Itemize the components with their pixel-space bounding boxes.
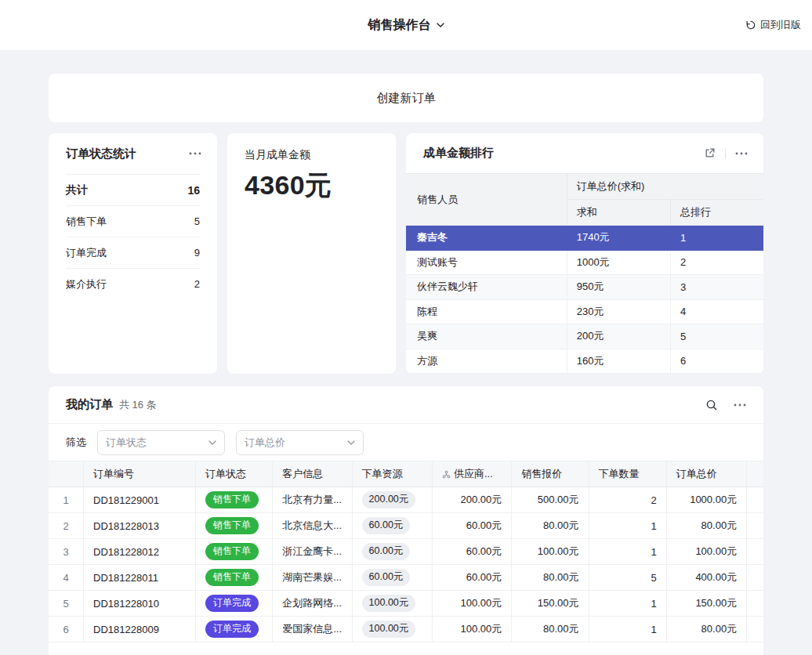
more-icon[interactable] — [735, 152, 748, 155]
customer-cell: 湖南芒果娱... — [273, 565, 352, 591]
chevron-down-icon — [208, 440, 216, 445]
order-row[interactable]: 3 DD181228012 销售下单 浙江金鹰卡... 60.00元 60.00… — [49, 539, 763, 565]
more-icon[interactable] — [734, 403, 746, 407]
customer-cell: 北京信息大... — [273, 513, 352, 539]
create-order-button[interactable]: 创建新订单 — [49, 74, 763, 122]
supplier-cell: 60.00元 — [432, 539, 511, 565]
col-header-resource: 下单资源 — [352, 461, 432, 487]
col-header-supplier: 供应商... — [432, 461, 511, 487]
qty-cell: 2 — [589, 487, 666, 513]
status-label: 销售下单 — [66, 215, 107, 229]
salesperson-name: 陈程 — [406, 299, 567, 324]
resource-tag: 60.00元 — [362, 517, 411, 534]
salesperson-name: 测试账号 — [406, 250, 567, 275]
status-value: 9 — [194, 247, 200, 259]
status-row-media-execute[interactable]: 媒介执行 2 — [66, 268, 200, 299]
amount-card-value: 4360元 — [245, 168, 379, 204]
status-badge: 销售下单 — [205, 543, 259, 560]
rank-value: 5 — [670, 324, 763, 349]
status-row-total[interactable]: 共计 16 — [66, 174, 200, 205]
order-no: DD181228009 — [84, 617, 196, 642]
rank-value: 2 — [670, 250, 763, 275]
stats-cards-row: 订单状态统计 共计 16 销售下单 5 订单完成 9 — [49, 133, 763, 374]
card-header: 成单金额排行 — [406, 133, 763, 173]
cutoff-cell — [747, 513, 763, 539]
row-number: 2 — [49, 513, 84, 539]
total-cell: 80.00元 — [666, 513, 746, 539]
order-row[interactable]: 4 DD181228011 销售下单 湖南芒果娱... 60.00元 60.00… — [49, 565, 763, 591]
card-title: 订单状态统计 — [66, 147, 136, 161]
salesperson-name: 秦吉冬 — [406, 226, 567, 251]
ranking-row: 吴爽 200元 5 — [406, 324, 763, 349]
card-header: 订单状态统计 — [49, 133, 217, 174]
back-to-old-version-link[interactable]: 回到旧版 — [745, 0, 801, 50]
rank-value: 6 — [670, 349, 763, 374]
customer-cell: 北京有力量... — [273, 487, 352, 513]
order-row[interactable]: 6 DD181228009 订单完成 爱国家信息... 100.00元 100.… — [49, 617, 763, 642]
workspace-title-dropdown[interactable]: 销售操作台 — [368, 17, 444, 34]
orders-title-wrap: 我的订单 共 16 条 — [66, 397, 157, 412]
sum-value: 950元 — [567, 275, 670, 300]
col-header-customer: 客户信息 — [273, 461, 352, 487]
order-total-filter-select[interactable]: 订单总价 — [236, 430, 364, 455]
ranking-card: 成单金额排行 销售人员 — [406, 133, 763, 374]
total-cell: 80.00元 — [666, 617, 746, 642]
customer-cell: 爱国家信息... — [273, 617, 352, 642]
resource-tag: 200.00元 — [362, 491, 416, 508]
order-row[interactable]: 1 DD181229001 销售下单 北京有力量... 200.00元 200.… — [49, 487, 763, 513]
cutoff-cell — [747, 617, 763, 642]
status-badge: 销售下单 — [205, 491, 259, 508]
resource-tag: 100.00元 — [362, 621, 416, 638]
top-header: 销售操作台 回到旧版 — [0, 0, 812, 50]
search-icon[interactable] — [705, 399, 718, 411]
order-status-stats-card: 订单状态统计 共计 16 销售下单 5 订单完成 9 — [49, 133, 217, 374]
status-rows: 共计 16 销售下单 5 订单完成 9 媒介执行 2 — [49, 174, 217, 299]
order-no: DD181228011 — [84, 565, 196, 591]
chevron-down-icon — [437, 23, 444, 27]
total-cell: 100.00元 — [666, 539, 746, 565]
more-icon[interactable] — [189, 152, 201, 155]
status-badge: 订单完成 — [205, 621, 259, 638]
status-value: 5 — [194, 215, 200, 227]
col-header-order-total-sum-group: 订单总价(求和) — [567, 174, 763, 200]
status-row-order-complete[interactable]: 订单完成 9 — [66, 237, 200, 268]
row-number: 3 — [49, 539, 84, 565]
order-row[interactable]: 5 DD181228010 订单完成 企划路网络... 100.00元 100.… — [49, 591, 763, 617]
supplier-cell: 100.00元 — [432, 617, 511, 642]
status-badge: 销售下单 — [205, 569, 259, 586]
cutoff-cell — [747, 539, 763, 565]
card-title: 成单金额排行 — [423, 146, 494, 161]
rank-value: 3 — [670, 275, 763, 300]
status-row-sales-order[interactable]: 销售下单 5 — [66, 205, 200, 237]
col-header-sum: 求和 — [567, 200, 670, 226]
order-status-filter-select[interactable]: 订单状态 — [97, 430, 225, 455]
ranking-row: 方源 160元 6 — [406, 349, 763, 374]
back-to-old-version-label: 回到旧版 — [760, 18, 801, 32]
total-cell: 150.00元 — [666, 591, 746, 617]
salesperson-name: 吴爽 — [406, 324, 567, 349]
ranking-row: 秦吉冬 1740元 1 — [406, 226, 763, 251]
col-header-total: 订单总价 — [666, 461, 746, 487]
col-header-qty: 下单数量 — [589, 461, 666, 487]
order-no: DD181228010 — [84, 591, 196, 617]
row-number: 6 — [49, 617, 84, 642]
status-label: 共计 — [66, 183, 88, 197]
my-orders-card: 我的订单 共 16 条 筛选 订单状态 订单总价 — [49, 386, 763, 655]
chevron-down-icon — [347, 440, 355, 445]
ranking-table: 销售人员 订单总价(求和) 求和 总排行 秦吉冬 1740元 1 — [406, 173, 763, 374]
col-header-order-no: 订单编号 — [84, 461, 196, 487]
order-row[interactable]: 2 DD181228013 销售下单 北京信息大... 60.00元 60.00… — [49, 513, 763, 539]
export-icon[interactable] — [704, 147, 716, 159]
rollback-icon — [745, 20, 756, 31]
col-header-supplier-label: 供应商... — [454, 467, 493, 481]
dashboard-content: 创建新订单 订单状态统计 共计 16 销售下单 5 订单完 — [0, 50, 812, 655]
sum-value: 230元 — [567, 299, 670, 324]
qty-cell: 1 — [589, 591, 666, 617]
rank-value: 4 — [670, 299, 763, 324]
ranking-row: 伙伴云魏少轩 950元 3 — [406, 275, 763, 300]
col-header-status: 订单状态 — [195, 461, 272, 487]
resource-tag: 60.00元 — [362, 569, 411, 586]
status-badge: 订单完成 — [205, 595, 259, 612]
quote-cell: 100.00元 — [512, 539, 589, 565]
quote-cell: 80.00元 — [512, 565, 589, 591]
